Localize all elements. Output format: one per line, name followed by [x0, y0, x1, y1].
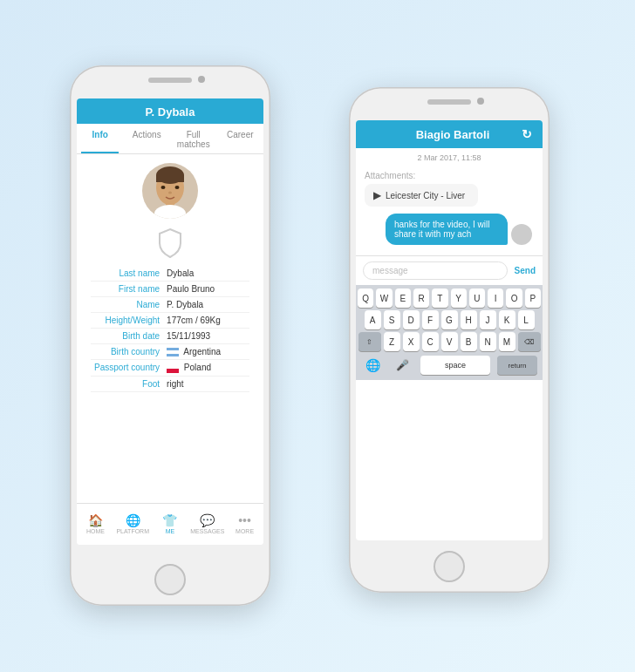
info-row-name: Name P. Dybala [91, 297, 249, 313]
phone2-speaker [427, 99, 471, 105]
key-j[interactable]: J [480, 310, 496, 329]
key-m[interactable]: M [499, 332, 516, 351]
nav-messages-label: MESSAGES [190, 528, 224, 534]
info-row-lastname: Last name Dybala [91, 266, 249, 282]
key-b[interactable]: B [461, 332, 477, 351]
nav-messages[interactable]: 💬 MESSAGES [188, 514, 226, 534]
tab-info[interactable]: Info [77, 124, 124, 153]
svg-point-4 [175, 186, 180, 189]
phone2-home-button[interactable] [434, 551, 465, 582]
svg-point-5 [168, 192, 172, 194]
key-y[interactable]: Y [451, 288, 467, 308]
value-name: P. Dybala [167, 300, 249, 309]
chat-bubble: hanks for the video, I will share it wit… [386, 214, 508, 245]
key-return[interactable]: return [497, 356, 537, 375]
info-row-firstname: First name Paulo Bruno [91, 282, 249, 297]
key-o[interactable]: O [506, 288, 522, 308]
label-birthcountry: Birth country [91, 347, 160, 356]
nav-me-label: ME [166, 528, 175, 534]
key-p[interactable]: P [525, 288, 541, 308]
nav-platform-label: PLATFORM [116, 528, 149, 534]
value-birthcountry: Argentina [167, 347, 249, 356]
key-f[interactable]: F [422, 310, 439, 329]
key-space[interactable]: space [420, 356, 490, 375]
key-a[interactable]: A [365, 310, 381, 329]
nav-home[interactable]: 🏠 HOME [77, 514, 114, 534]
key-x[interactable]: X [403, 332, 420, 351]
nav-me[interactable]: 👕 ME [152, 514, 189, 534]
tabs-bar: Info Actions Full matches Career [77, 124, 263, 154]
phone1-camera [198, 76, 205, 83]
phone1-speaker [148, 78, 192, 83]
play-icon: ▶ [373, 189, 381, 201]
jersey-icon: 👕 [162, 514, 177, 526]
key-e[interactable]: E [395, 288, 411, 308]
key-n[interactable]: N [480, 332, 496, 351]
send-button[interactable]: Send [515, 266, 536, 275]
key-shift[interactable]: ⇧ [358, 332, 381, 351]
message-placeholder: message [372, 266, 408, 275]
svg-point-3 [161, 186, 166, 189]
value-firstname: Paulo Bruno [167, 284, 249, 294]
video-label: Leicester City - Liver [386, 191, 465, 200]
player-name-header: P. Dybala [146, 105, 195, 119]
key-z[interactable]: Z [384, 332, 400, 351]
key-delete[interactable]: ⌫ [518, 332, 541, 351]
info-row-birthcountry: Birth country Argentina [91, 344, 249, 360]
phone1-home-button[interactable] [154, 564, 186, 595]
value-foot: right [167, 379, 249, 389]
refresh-icon[interactable]: ↻ [522, 127, 532, 141]
keyboard-bottom-row: 🌐 🎤 space return [358, 354, 541, 377]
message-input[interactable]: message [363, 261, 508, 280]
key-q[interactable]: Q [358, 288, 373, 308]
key-s[interactable]: S [384, 310, 400, 329]
nav-platform[interactable]: 🌐 PLATFORM [114, 514, 152, 534]
key-w[interactable]: W [376, 288, 392, 308]
key-g[interactable]: G [441, 310, 458, 329]
flag-argentina [167, 348, 179, 356]
keyboard-row-3: ⇧ Z X C V B N M ⌫ [358, 332, 541, 351]
bottom-nav: 🏠 HOME 🌐 PLATFORM 👕 ME 💬 MESSAGES ••• [77, 503, 263, 545]
value-lastname: Dybala [167, 268, 249, 278]
key-k[interactable]: K [499, 310, 516, 329]
tab-actions[interactable]: Actions [124, 124, 171, 153]
label-name: Name [91, 300, 160, 309]
phone2: Biagio Bartoli ↻ 2 Mar 2017, 11:58 Attac… [349, 87, 550, 593]
keyboard: Q W E R T Y U I O P A S D F G [356, 285, 543, 380]
phone1-header: P. Dybala [77, 98, 263, 124]
chat-header: Biagio Bartoli ↻ [356, 120, 543, 148]
key-t[interactable]: T [432, 288, 447, 308]
shield-icon [77, 222, 263, 264]
info-row-birthdate: Birth date 15/11/1993 [91, 329, 249, 344]
nav-more-label: MORE [236, 528, 254, 534]
tab-career[interactable]: Career [217, 124, 264, 153]
sender-avatar [511, 224, 532, 245]
chat-text: hanks for the video, I will share it wit… [394, 220, 490, 239]
key-c[interactable]: C [422, 332, 439, 351]
key-u[interactable]: U [469, 288, 485, 308]
key-l[interactable]: L [518, 310, 535, 329]
label-heightweight: Height/Weight [91, 316, 160, 325]
value-passport: Poland [167, 363, 249, 372]
phone2-screen: Biagio Bartoli ↻ 2 Mar 2017, 11:58 Attac… [356, 120, 543, 540]
key-i[interactable]: I [488, 288, 503, 308]
player-info: Last name Dybala First name Paulo Bruno … [77, 264, 263, 397]
video-attachment[interactable]: ▶ Leicester City - Liver [365, 184, 478, 207]
key-globe[interactable]: 🌐 [361, 356, 384, 375]
home-icon: 🏠 [88, 514, 103, 526]
svg-rect-2 [156, 175, 184, 182]
label-lastname: Last name [91, 268, 160, 278]
key-v[interactable]: V [441, 332, 458, 351]
key-r[interactable]: R [413, 288, 429, 308]
value-heightweight: 177cm / 69Kg [167, 316, 249, 325]
key-h[interactable]: H [461, 310, 477, 329]
nav-more[interactable]: ••• MORE [226, 514, 263, 534]
nav-home-label: HOME [86, 528, 105, 534]
key-d[interactable]: D [403, 310, 420, 329]
phone1: P. Dybala Info Actions Full matches Care… [70, 65, 270, 606]
key-mic[interactable]: 🎤 [391, 356, 413, 375]
tab-full-matches[interactable]: Full matches [170, 124, 217, 153]
info-row-passport: Passport country Poland [91, 360, 249, 376]
label-passport: Passport country [91, 363, 160, 372]
player-avatar-container [77, 154, 263, 222]
